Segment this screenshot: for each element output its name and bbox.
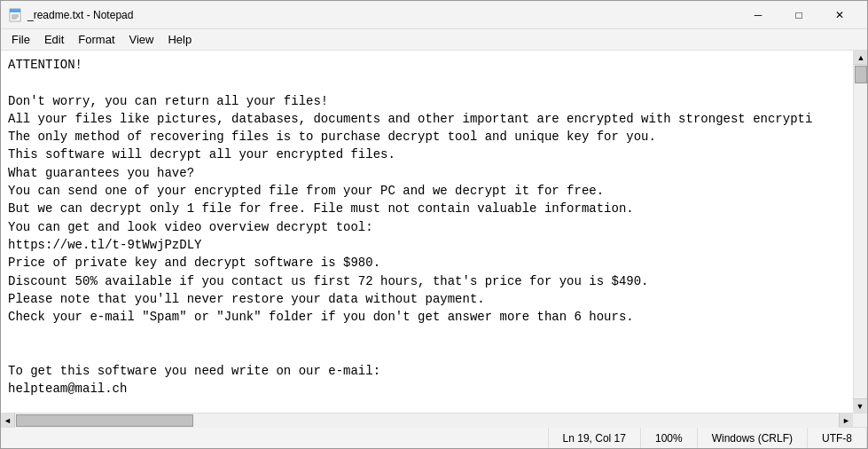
svg-rect-1: [10, 9, 20, 12]
menu-format[interactable]: Format: [71, 31, 121, 48]
h-scroll-thumb[interactable]: [16, 414, 193, 427]
scroll-up-button[interactable]: ▲: [854, 51, 867, 65]
close-button[interactable]: ✕: [819, 1, 860, 29]
notepad-window: _readme.txt - Notepad ─ □ ✕ File Edit Fo…: [0, 0, 868, 449]
horizontal-scrollbar: ◄ ►: [1, 413, 867, 427]
scroll-down-button[interactable]: ▼: [853, 398, 867, 413]
menu-help[interactable]: Help: [160, 31, 199, 48]
editor-area: ATTENTION! Don't worry, you can return a…: [1, 51, 867, 413]
scroll-left-button[interactable]: ◄: [1, 414, 15, 428]
menu-view[interactable]: View: [122, 31, 161, 48]
vertical-scrollbar[interactable]: ▲ ▼: [853, 51, 867, 413]
cursor-position: Ln 19, Col 17: [548, 428, 641, 448]
h-scroll-track[interactable]: [15, 414, 839, 428]
scroll-thumb[interactable]: [855, 66, 867, 83]
menu-edit[interactable]: Edit: [37, 31, 71, 48]
scroll-right-button[interactable]: ►: [839, 414, 853, 428]
menu-file[interactable]: File: [4, 31, 37, 48]
encoding: UTF-8: [808, 428, 867, 448]
window-title: _readme.txt - Notepad: [27, 9, 738, 21]
app-icon: [8, 8, 22, 22]
text-editor[interactable]: ATTENTION! Don't worry, you can return a…: [1, 51, 867, 413]
line-ending: Windows (CRLF): [698, 428, 808, 448]
status-bar: Ln 19, Col 17 100% Windows (CRLF) UTF-8: [1, 427, 867, 448]
minimize-button[interactable]: ─: [738, 1, 778, 29]
window-controls: ─ □ ✕: [738, 1, 860, 29]
zoom-level: 100%: [641, 428, 698, 448]
title-bar: _readme.txt - Notepad ─ □ ✕: [1, 1, 867, 29]
maximize-button[interactable]: □: [778, 1, 819, 29]
menu-bar: File Edit Format View Help: [1, 29, 867, 51]
